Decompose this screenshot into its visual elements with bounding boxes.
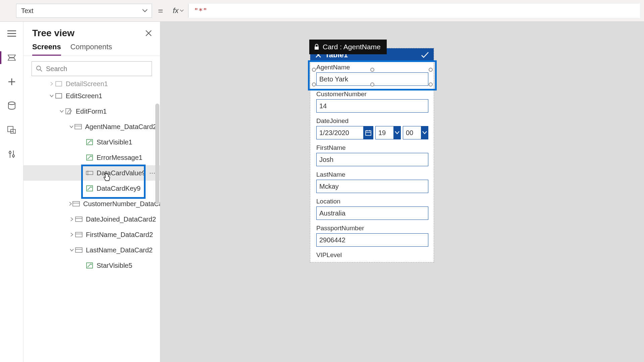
- card-icon: [75, 246, 83, 254]
- check-icon[interactable]: [421, 52, 429, 58]
- svg-point-3: [12, 155, 14, 157]
- more-icon[interactable]: ···: [149, 169, 155, 177]
- field-label: DateJoined: [316, 117, 428, 125]
- tree-view-panel: Tree view Screens Components Search Deta…: [23, 22, 160, 362]
- date-input[interactable]: 1/23/2020: [316, 126, 363, 139]
- chevron-right-icon: [68, 217, 75, 221]
- field-customernumber: CustomerNumber 14: [310, 88, 434, 115]
- chevron-down-icon: [142, 9, 148, 13]
- calendar-icon[interactable]: [363, 126, 373, 139]
- tree-item-agentname-card[interactable]: AgentName_DataCard2: [23, 119, 160, 134]
- tree-item-datacardkey9[interactable]: DataCardKey9: [23, 181, 160, 196]
- svg-rect-15: [75, 232, 82, 237]
- svg-rect-16: [75, 248, 82, 252]
- tree-item-label: ErrorMessage1: [97, 154, 143, 162]
- settings-icon[interactable]: [4, 146, 19, 162]
- label-icon: [86, 262, 93, 269]
- tree-item-lastname-card[interactable]: LastName_DataCard2: [23, 242, 160, 258]
- label-icon: [86, 154, 93, 161]
- property-dropdown-value: Text: [21, 7, 34, 15]
- property-dropdown[interactable]: Text: [16, 4, 152, 18]
- panel-title: Tree view: [32, 28, 74, 39]
- chevron-down-icon[interactable]: [393, 126, 401, 139]
- search-input[interactable]: Search: [32, 61, 152, 76]
- formula-input[interactable]: "*": [189, 4, 640, 18]
- minute-select[interactable]: 00: [403, 126, 421, 139]
- field-label: Location: [316, 198, 428, 205]
- chevron-down-icon: [68, 248, 75, 252]
- field-location: Location Australia: [310, 196, 434, 223]
- media-icon[interactable]: [4, 122, 19, 138]
- resize-handle[interactable]: [370, 82, 374, 86]
- close-icon[interactable]: [145, 30, 152, 37]
- tree-item-label: DataCardValue9: [97, 169, 146, 177]
- hour-select[interactable]: 19: [375, 126, 393, 139]
- svg-rect-9: [87, 139, 93, 145]
- svg-rect-14: [75, 217, 82, 222]
- tree-item-datacardvalue9[interactable]: DataCardValue9 ···: [23, 165, 160, 181]
- resize-handle[interactable]: [429, 68, 433, 72]
- chevron-down-icon: [58, 109, 65, 113]
- tab-screens[interactable]: Screens: [32, 43, 61, 56]
- data-icon[interactable]: [4, 98, 19, 114]
- label-icon: [86, 185, 93, 192]
- field-label: VIPLevel: [316, 251, 428, 259]
- chevron-down-icon[interactable]: [421, 126, 428, 139]
- tree-item-firstname-card[interactable]: FirstName_DataCard2: [23, 227, 160, 242]
- search-placeholder: Search: [46, 65, 67, 73]
- tab-components[interactable]: Components: [70, 43, 112, 56]
- tree-item-label: DateJoined_DataCard2: [86, 216, 156, 223]
- field-input-customernumber[interactable]: 14: [316, 99, 428, 113]
- svg-rect-8: [75, 124, 82, 129]
- insert-icon[interactable]: [4, 74, 19, 89]
- svg-rect-17: [87, 263, 93, 268]
- field-input-firstname[interactable]: Josh: [316, 153, 428, 166]
- equals-label: =: [158, 6, 163, 16]
- svg-rect-12: [87, 186, 93, 191]
- card-icon: [75, 216, 83, 223]
- form-preview: Table1 AgentName Beto Yark CustomerNumbe…: [310, 48, 434, 262]
- tree-item-label: EditForm1: [76, 108, 107, 115]
- tree-item-starvisible5[interactable]: StarVisible5: [23, 258, 160, 273]
- resize-handle[interactable]: [312, 82, 316, 86]
- field-firstname: FirstName Josh: [310, 142, 434, 169]
- resize-handle[interactable]: [370, 68, 374, 72]
- tree-item-label: DataCardKey9: [97, 185, 141, 192]
- field-viplevel: VIPLevel: [310, 249, 434, 259]
- tree-view-icon[interactable]: [4, 50, 19, 65]
- lock-icon: [314, 44, 319, 50]
- svg-rect-19: [366, 131, 371, 135]
- field-input-lastname[interactable]: Mckay: [316, 180, 428, 193]
- panel-tabs: Screens Components: [23, 41, 160, 56]
- formula-bar: Text = fx "*": [0, 0, 644, 22]
- tree-item-customernumber-card[interactable]: CustomerNumber_DataCard2: [23, 196, 160, 212]
- tree-item-editscreen[interactable]: EditScreen1: [23, 88, 160, 104]
- hamburger-icon[interactable]: [4, 26, 19, 41]
- resize-handle[interactable]: [429, 82, 433, 86]
- tree-item-errormessage1[interactable]: ErrorMessage1: [23, 150, 160, 165]
- scrollbar-thumb[interactable]: [155, 104, 159, 204]
- tree-item-label: EditScreen1: [66, 92, 102, 100]
- tree-item-datejoined-card[interactable]: DateJoined_DataCard2: [23, 212, 160, 227]
- field-input-location[interactable]: Australia: [316, 206, 428, 220]
- search-icon: [36, 65, 43, 72]
- chevron-down-icon: [68, 125, 74, 129]
- tree-item-detailscreen[interactable]: DetailScreen1: [23, 79, 160, 88]
- svg-point-0: [8, 102, 15, 105]
- card-icon: [72, 200, 80, 207]
- card-icon: [74, 123, 82, 130]
- field-lastname: LastName Mckay: [310, 169, 434, 196]
- svg-rect-13: [73, 201, 79, 206]
- resize-handle[interactable]: [312, 68, 316, 72]
- fx-button[interactable]: fx: [168, 4, 189, 18]
- tree-item-editform[interactable]: EditForm1: [23, 104, 160, 119]
- svg-point-2: [9, 152, 11, 154]
- field-datejoined: DateJoined 1/23/2020 19 00: [310, 115, 434, 142]
- form-icon: [65, 108, 72, 115]
- chevron-down-icon: [48, 94, 55, 98]
- field-label: FirstName: [316, 144, 428, 152]
- tree-item-starvisible1[interactable]: StarVisible1: [23, 134, 160, 150]
- field-input-passportnumber[interactable]: 2906442: [316, 233, 428, 247]
- tree: DetailScreen1 EditScreen1 EditForm1 Agen…: [23, 79, 160, 273]
- label-icon: [86, 138, 93, 146]
